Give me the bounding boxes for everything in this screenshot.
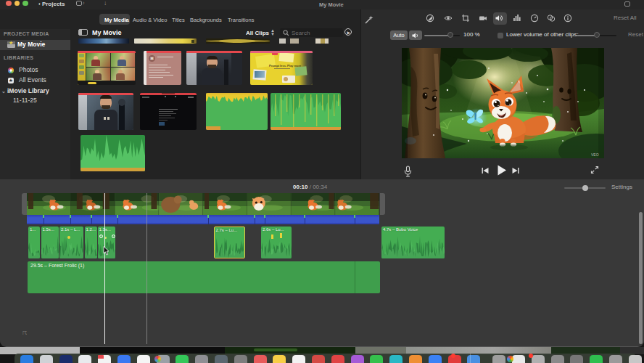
svg-text:VEO: VEO — [591, 152, 599, 157]
